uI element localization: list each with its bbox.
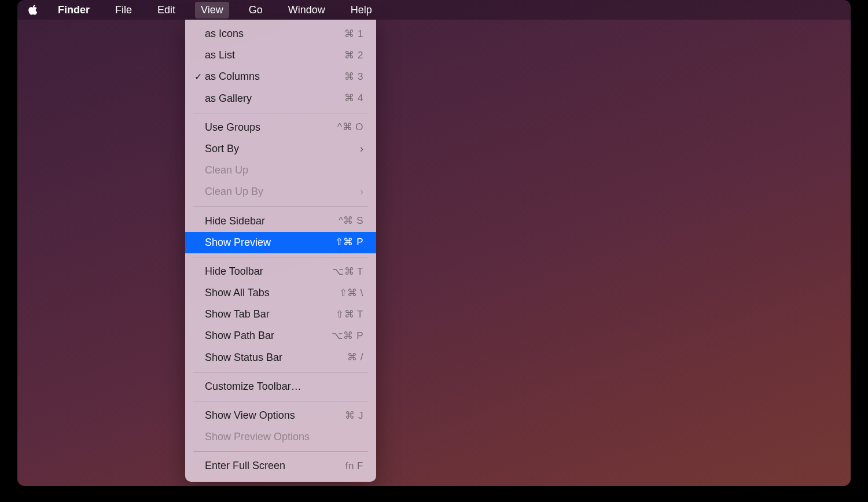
menu-item-as-gallery[interactable]: as Gallery⌘ 4 bbox=[185, 88, 376, 109]
menu-item-shortcut: ⌘ 2 bbox=[344, 49, 363, 62]
menu-item-label: Clean Up By bbox=[204, 184, 353, 199]
menubar-item-go[interactable]: Go bbox=[243, 2, 269, 19]
menu-item-label: Show Path Bar bbox=[204, 328, 332, 343]
menu-item-label: as List bbox=[204, 48, 344, 62]
menu-item-shortcut: fn F bbox=[345, 459, 363, 473]
menubar-item-help[interactable]: Help bbox=[345, 2, 378, 19]
desktop-screen: Finder File Edit View Go Window Help as … bbox=[17, 0, 851, 486]
menu-item-clean-up-by: Clean Up By› bbox=[185, 181, 376, 202]
menu-separator bbox=[193, 257, 368, 257]
menu-item-label: Use Groups bbox=[204, 120, 337, 135]
chevron-right-icon: › bbox=[353, 142, 363, 156]
menu-item-as-columns[interactable]: ✓as Columns⌘ 3 bbox=[185, 66, 376, 87]
menu-item-label: as Columns bbox=[204, 69, 344, 84]
menu-separator bbox=[193, 206, 368, 207]
menu-item-hide-toolbar[interactable]: Hide Toolbar⌥⌘ T bbox=[185, 261, 376, 282]
menu-item-as-icons[interactable]: as Icons⌘ 1 bbox=[185, 23, 376, 45]
menu-item-shortcut: ⌘ 4 bbox=[344, 91, 363, 105]
menu-item-show-all-tabs[interactable]: Show All Tabs⇧⌘ \ bbox=[185, 282, 376, 304]
menu-item-label: as Gallery bbox=[204, 91, 344, 106]
chevron-right-icon: › bbox=[353, 184, 363, 199]
menu-item-label: Hide Toolbar bbox=[204, 264, 332, 279]
menu-item-shortcut: ^⌘ O bbox=[337, 120, 363, 134]
menu-item-shortcut: ⌘ / bbox=[347, 350, 363, 364]
menu-item-label: Sort By bbox=[204, 142, 353, 156]
menu-item-label: Show View Options bbox=[204, 408, 345, 423]
menu-item-show-preview-options: Show Preview Options bbox=[185, 426, 376, 448]
menu-item-shortcut: ⇧⌘ T bbox=[336, 308, 363, 322]
menu-item-enter-full-screen[interactable]: Enter Full Screenfn F bbox=[185, 455, 376, 477]
menu-item-as-list[interactable]: as List⌘ 2 bbox=[185, 45, 376, 66]
menubar-item-view[interactable]: View bbox=[195, 2, 229, 19]
menu-item-shortcut: ⇧⌘ \ bbox=[339, 286, 363, 300]
menu-item-hide-sidebar[interactable]: Hide Sidebar^⌘ S bbox=[185, 211, 376, 232]
menu-item-shortcut: ⌥⌘ T bbox=[332, 265, 363, 279]
menu-item-shortcut: ⌘ 3 bbox=[344, 70, 363, 84]
view-menu-dropdown: as Icons⌘ 1as List⌘ 2✓as Columns⌘ 3as Ga… bbox=[185, 20, 376, 482]
menu-item-show-path-bar[interactable]: Show Path Bar⌥⌘ P bbox=[185, 325, 376, 346]
menu-item-use-groups[interactable]: Use Groups^⌘ O bbox=[185, 117, 376, 138]
menu-separator bbox=[193, 451, 368, 452]
menu-item-shortcut: ⌘ 1 bbox=[344, 27, 363, 41]
menu-item-label: Show Preview bbox=[204, 235, 335, 250]
menu-bar: Finder File Edit View Go Window Help bbox=[17, 0, 851, 20]
menubar-item-file[interactable]: File bbox=[109, 2, 138, 19]
menu-item-label: Clean Up bbox=[204, 163, 363, 178]
menu-item-shortcut: ^⌘ S bbox=[339, 214, 363, 228]
menu-item-sort-by[interactable]: Sort By› bbox=[185, 138, 376, 160]
menu-separator bbox=[193, 401, 368, 401]
menu-item-label: Show Status Bar bbox=[204, 350, 347, 365]
menu-item-label: Hide Sidebar bbox=[204, 214, 339, 228]
menu-item-label: Show Tab Bar bbox=[204, 307, 336, 322]
menu-item-shortcut: ⌥⌘ P bbox=[332, 329, 363, 343]
menu-item-show-view-options[interactable]: Show View Options⌘ J bbox=[185, 405, 376, 426]
menu-item-label: Customize Toolbar… bbox=[204, 379, 363, 394]
menu-item-show-status-bar[interactable]: Show Status Bar⌘ / bbox=[185, 347, 376, 368]
menu-item-label: Show All Tabs bbox=[204, 286, 339, 300]
menu-separator bbox=[193, 113, 368, 113]
menubar-item-window[interactable]: Window bbox=[282, 2, 331, 19]
menubar-item-edit[interactable]: Edit bbox=[152, 2, 181, 19]
menu-item-label: as Icons bbox=[204, 27, 344, 41]
menu-item-shortcut: ⇧⌘ P bbox=[335, 235, 363, 249]
menu-item-label: Enter Full Screen bbox=[204, 459, 345, 473]
menu-item-clean-up: Clean Up bbox=[185, 160, 376, 181]
menu-separator bbox=[193, 372, 368, 372]
menu-item-show-preview[interactable]: Show Preview⇧⌘ P bbox=[185, 232, 376, 253]
apple-logo-icon[interactable] bbox=[28, 5, 38, 15]
menu-item-customize-toolbar[interactable]: Customize Toolbar… bbox=[185, 376, 376, 397]
menu-item-label: Show Preview Options bbox=[204, 430, 363, 444]
menu-item-shortcut: ⌘ J bbox=[345, 409, 363, 423]
checkmark-icon: ✓ bbox=[192, 71, 204, 83]
menu-item-show-tab-bar[interactable]: Show Tab Bar⇧⌘ T bbox=[185, 304, 376, 325]
menubar-app-name[interactable]: Finder bbox=[52, 2, 95, 19]
